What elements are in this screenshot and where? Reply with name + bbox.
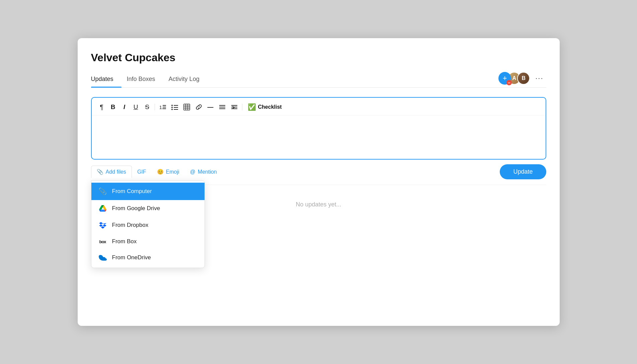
action-bar: 📎 Add files 📎 From Computer — [91, 160, 546, 179]
tabs-row: Updates Info Boxes Activity Log + − A B … — [91, 72, 546, 88]
mention-label: Mention — [198, 169, 217, 175]
svg-point-4 — [171, 105, 173, 106]
toolbar-hr-button[interactable]: — — [206, 103, 215, 111]
tab-activity-log[interactable]: Activity Log — [169, 72, 208, 87]
toolbar-table-button[interactable] — [182, 103, 192, 111]
avatar-2: B — [517, 72, 530, 85]
toolbar-strikethrough-button[interactable]: S — [143, 103, 152, 111]
computer-icon: 📎 — [98, 187, 107, 195]
toolbar-italic-button[interactable]: I — [120, 103, 129, 111]
tab-info-boxes[interactable]: Info Boxes — [127, 72, 163, 87]
from-google-drive-label: From Google Drive — [112, 205, 160, 212]
toolbar-indent-button[interactable] — [229, 103, 239, 111]
toolbar-separator-2 — [242, 104, 242, 110]
toolbar-unordered-list-button[interactable] — [170, 103, 180, 111]
more-options-button[interactable]: ··· — [533, 73, 546, 84]
toolbar-bold-button[interactable]: B — [108, 103, 118, 111]
tabs-actions: + − A B ··· — [498, 72, 546, 87]
add-files-dropdown: 📎 From Computer From Go — [91, 180, 205, 268]
from-dropbox-label: From Dropbox — [112, 222, 149, 229]
dropdown-item-from-box[interactable]: box From Box — [91, 234, 205, 250]
toolbar-underline-button[interactable]: U — [131, 103, 141, 111]
main-window: Velvet Cupcakes Updates Info Boxes Activ… — [78, 38, 560, 326]
paperclip-icon: 📎 — [97, 169, 103, 175]
emoji-icon: 😊 — [157, 169, 164, 175]
svg-rect-10 — [184, 104, 190, 110]
avatar-group: + − A B — [498, 72, 530, 85]
add-files-label: Add files — [106, 169, 126, 175]
from-computer-label: From Computer — [112, 188, 152, 195]
checklist-check-icon: ✅ — [248, 103, 256, 111]
checklist-label: Checklist — [258, 104, 282, 110]
add-member-button[interactable]: + − — [498, 72, 511, 85]
editor-container: ¶ B I U S 1. — [91, 97, 546, 160]
page-title: Velvet Cupcakes — [91, 52, 546, 64]
emoji-label: Emoji — [166, 169, 179, 175]
box-icon: box — [98, 239, 107, 244]
add-files-container: 📎 Add files 📎 From Computer — [91, 166, 132, 178]
toolbar-align-button[interactable] — [217, 103, 227, 111]
google-drive-icon — [98, 205, 107, 212]
toolbar-paragraph-button[interactable]: ¶ — [97, 103, 106, 112]
dropbox-icon — [98, 221, 107, 229]
dropdown-item-from-dropbox[interactable]: From Dropbox — [91, 217, 205, 234]
dropdown-item-from-onedrive[interactable]: From OneDrive — [91, 250, 205, 266]
from-box-label: From Box — [112, 238, 137, 245]
toolbar-checklist-button[interactable]: ✅ Checklist — [245, 102, 285, 112]
dropdown-item-from-computer[interactable]: 📎 From Computer — [91, 183, 205, 200]
toolbar-separator-1 — [155, 104, 155, 110]
svg-point-6 — [171, 107, 173, 108]
toolbar-link-button[interactable] — [194, 103, 204, 111]
editor-toolbar: ¶ B I U S 1. — [92, 98, 546, 115]
gif-button[interactable]: GIF — [132, 166, 152, 178]
from-onedrive-label: From OneDrive — [112, 254, 151, 261]
dropdown-item-from-google-drive[interactable]: From Google Drive — [91, 200, 205, 217]
mention-button[interactable]: @ Mention — [185, 166, 222, 178]
emoji-button[interactable]: 😊 Emoji — [152, 166, 185, 178]
editor-body[interactable] — [92, 115, 546, 159]
update-button[interactable]: Update — [500, 164, 546, 179]
svg-text:1.: 1. — [159, 105, 163, 110]
at-icon: @ — [190, 169, 195, 175]
onedrive-icon — [98, 255, 107, 261]
gif-label: GIF — [137, 169, 146, 175]
svg-point-8 — [171, 109, 173, 110]
tab-updates[interactable]: Updates — [91, 72, 122, 87]
remove-badge: − — [506, 80, 512, 85]
add-files-button[interactable]: 📎 Add files — [91, 166, 132, 178]
toolbar-ordered-list-button[interactable]: 1. — [158, 103, 168, 111]
